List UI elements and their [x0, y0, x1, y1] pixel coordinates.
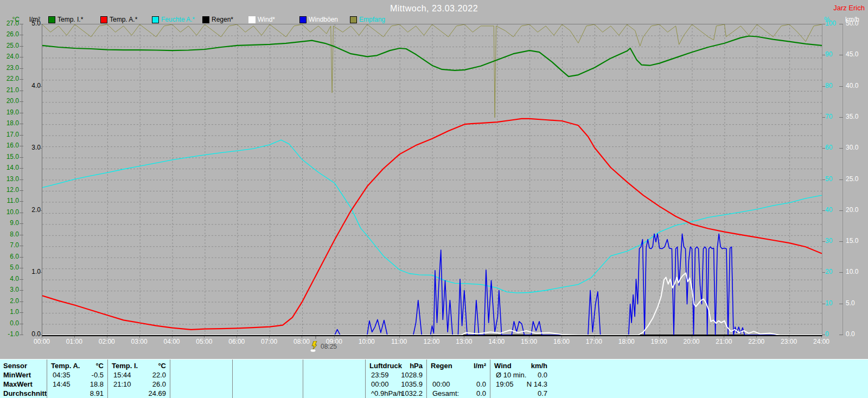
- legend-item-label: Wind*: [258, 16, 275, 23]
- table-col-header: Wind: [494, 361, 512, 370]
- axis-tick: [839, 179, 843, 180]
- axis-tick: [20, 235, 23, 235]
- temp-c-tick-label: 25.0: [0, 42, 19, 49]
- temp-c-tick-label: 15.0: [0, 153, 19, 161]
- temp-c-tick-label: 19.0: [0, 109, 19, 116]
- time-tick-label: 22:00: [744, 338, 768, 345]
- temp-c-tick-label: 4.0: [0, 275, 19, 283]
- temp-c-tick-label: 27.0: [0, 20, 19, 27]
- table-col-header: Luftdruck: [369, 361, 402, 370]
- time-tick-label: 14:00: [484, 338, 508, 345]
- author-label: Jarz Erich: [833, 4, 865, 12]
- axis-tick: [839, 24, 843, 24]
- table-row-label: MinWert: [3, 370, 31, 380]
- time-tick-label: 10:00: [355, 338, 379, 345]
- table-cell-value: 0.7: [538, 389, 547, 398]
- table-col-unit: °C: [95, 361, 104, 370]
- summary-table-col-tempi: Temp. I.°C15:4422.021:1026.024.69: [107, 360, 170, 398]
- table-cell-time: Gesamt:: [432, 389, 459, 398]
- wind-tick-label: 10.0: [846, 268, 858, 275]
- summary-table-col-regen: Regenl/m²00:000.0Gesamt:0.0: [426, 360, 490, 398]
- axis-tick: [839, 86, 843, 87]
- legend-swatch-icon: [48, 16, 55, 23]
- axis-tick: [20, 101, 23, 102]
- temp-c-tick-label: 10.0: [0, 209, 19, 216]
- temp-c-tick-label: 26.0: [0, 31, 19, 38]
- table-cell-value: -0.5: [92, 370, 104, 380]
- table-cell-time: 00:00: [371, 380, 389, 389]
- axis-tick: [20, 79, 23, 80]
- axis-tick: [839, 148, 843, 149]
- table-col-header: Temp. I.: [112, 361, 138, 370]
- legend-item-label: Feuchte A.*: [161, 16, 195, 23]
- axis-tick: [20, 168, 23, 169]
- legend-item-label: Windböen: [309, 16, 338, 23]
- time-tick-label: 06:00: [225, 338, 248, 345]
- humidity-tick-label: 40: [825, 207, 832, 214]
- time-tick-label: 02:00: [95, 338, 119, 345]
- time-tick-label: 20:00: [680, 338, 704, 345]
- table-row-label: Durchschnitt: [3, 389, 47, 398]
- axis-tick: [20, 190, 23, 191]
- summary-table-col-empty2: [170, 360, 233, 398]
- summary-table-col-tempa: Temp. A.°C04:35-0.514:4518.88.91: [47, 360, 108, 398]
- temp-c-tick-label: 24.0: [0, 53, 19, 60]
- legend-swatch-icon: [202, 16, 209, 23]
- temp-c-tick-label: 23.0: [0, 65, 19, 72]
- legend-swatch-icon: [100, 16, 107, 23]
- table-cell-time: 15:44: [113, 370, 131, 380]
- temp-c-tick-label: 18.0: [0, 120, 19, 127]
- wind-tick-label: 35.0: [846, 113, 858, 120]
- wind-tick-label: 20.0: [846, 207, 858, 214]
- summary-table-col-empty4: [303, 360, 366, 398]
- temp-c-tick-label: 9.0: [0, 220, 19, 227]
- temp-c-tick-label: 3.0: [0, 286, 19, 293]
- wind-tick-label: 40.0: [846, 82, 858, 89]
- chart-canvas: [42, 24, 822, 335]
- temp-c-tick-label: 21.0: [0, 87, 19, 94]
- humidity-tick-label: 20: [825, 268, 832, 275]
- humidity-tick-label: 10: [825, 300, 832, 307]
- humidity-tick-label: 30: [825, 237, 832, 245]
- axis-tick: [20, 179, 23, 180]
- plot-area[interactable]: [42, 24, 822, 336]
- table-cell-value: 1032.2: [401, 389, 423, 398]
- temp-c-tick-label: 16.0: [0, 142, 19, 149]
- humidity-tick-label: 70: [825, 113, 832, 120]
- legend-item-label: Empfang: [359, 16, 385, 23]
- time-tick-label: 04:00: [160, 338, 184, 345]
- wind-tick-label: 15.0: [846, 237, 858, 245]
- table-cell-value: 8.91: [90, 389, 104, 398]
- axis-tick: [839, 117, 843, 118]
- table-cell-value: 18.8: [90, 380, 104, 389]
- temp-c-tick-label: -1.0: [0, 331, 19, 338]
- temp-c-tick-label: 8.0: [0, 231, 19, 238]
- axis-tick: [20, 113, 23, 113]
- table-col-header: Temp. A.: [51, 361, 80, 370]
- table-cell-value: 22.0: [152, 370, 166, 380]
- sunrise-marker-time: 08:25: [321, 343, 337, 350]
- sunrise-marker: 08:25: [310, 341, 320, 352]
- time-tick-label: 01:00: [62, 338, 86, 345]
- legend-swatch-icon: [248, 16, 256, 23]
- chart-legend: Temp. I.*Temp. A.*Feuchte A.*Regen*Wind*…: [0, 16, 868, 24]
- table-cell-value: 1035.9: [401, 380, 423, 389]
- summary-table-col-empty3: [232, 360, 303, 398]
- legend-swatch-icon: [152, 16, 159, 23]
- sunrise-marker-icon: [310, 341, 320, 352]
- humidity-tick-label: 50: [825, 176, 832, 183]
- wind-tick-label: 50.0: [846, 20, 858, 27]
- table-col-unit: l/m²: [474, 361, 486, 370]
- time-tick-label: 03:00: [127, 338, 151, 345]
- axis-tick: [839, 335, 843, 335]
- humidity-tick-label: 90: [825, 51, 832, 58]
- axis-tick: [839, 241, 843, 242]
- axis-tick: [839, 55, 843, 55]
- time-tick-label: 16:00: [550, 338, 573, 345]
- axis-tick: [839, 304, 843, 304]
- humidity-tick-label: 80: [825, 82, 832, 89]
- temp-c-tick-label: 1.0: [0, 309, 19, 316]
- time-tick-label: 07:00: [257, 338, 281, 345]
- axis-tick: [20, 35, 23, 35]
- temp-c-tick-label: 22.0: [0, 75, 19, 82]
